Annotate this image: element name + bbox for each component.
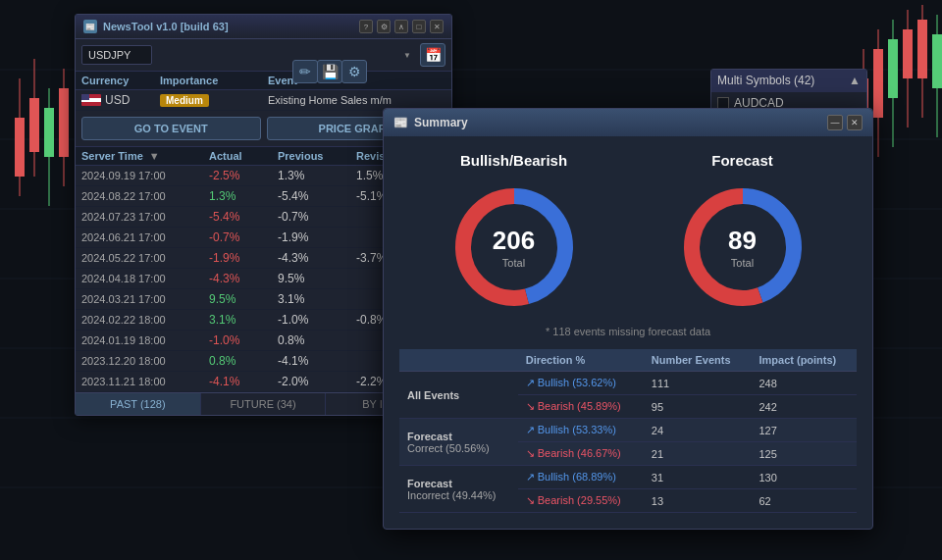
edit-icon-button[interactable]: ✏ bbox=[292, 60, 318, 83]
currency-dropdown[interactable]: USDJPY bbox=[81, 45, 152, 65]
server-time-header: Server Time ▼ bbox=[81, 150, 209, 162]
row-actual: -4.1% bbox=[209, 375, 278, 388]
calendar-icon-button[interactable]: 📅 bbox=[420, 43, 445, 67]
forecast-center: 89 Total bbox=[728, 226, 757, 270]
forecast-chart: Forecast 89 Total bbox=[674, 152, 811, 316]
row-time: 2024.04.18 17:00 bbox=[81, 273, 209, 284]
row-actual: -4.3% bbox=[209, 272, 278, 285]
row-previous: -0.7% bbox=[278, 210, 356, 224]
column-headers: Currency Importance Event bbox=[76, 72, 451, 90]
bearish-events: 21 bbox=[644, 442, 752, 466]
th-impact: Impact (points) bbox=[751, 349, 857, 372]
summary-row-bullish: ForecastCorrect (50.56%) ↗ Bullish (53.3… bbox=[399, 419, 857, 442]
importance-badge: Medium bbox=[160, 94, 209, 107]
charts-row: Bullish/Bearish 206 Total Foreca bbox=[399, 152, 857, 316]
bearish-direction[interactable]: ↘ Bearish (46.67%) bbox=[518, 442, 644, 466]
summary-row-bullish: ForecastIncorrect (49.44%) ↗ Bullish (68… bbox=[399, 466, 857, 489]
help-button[interactable]: ? bbox=[359, 20, 373, 33]
modal-content: Bullish/Bearish 206 Total Foreca bbox=[384, 136, 872, 529]
row-actual: -1.0% bbox=[209, 333, 278, 347]
currency-header: Currency bbox=[81, 75, 160, 86]
row-actual: -0.7% bbox=[209, 230, 278, 244]
right-panel-header: Multi Symbols (42) ▲ bbox=[711, 70, 866, 92]
summary-table-body: All Events ↗ Bullish (53.62%) 111 248 ↘ … bbox=[399, 372, 857, 513]
maximize-button[interactable]: □ bbox=[412, 20, 426, 33]
bullish-bearish-title: Bullish/Bearish bbox=[445, 152, 583, 169]
modal-controls: — ✕ bbox=[827, 115, 863, 130]
close-button[interactable]: ✕ bbox=[430, 20, 444, 33]
importance-cell: Medium bbox=[160, 93, 268, 107]
flag-cell: USD bbox=[81, 93, 160, 107]
minimize-button[interactable]: ∧ bbox=[394, 20, 408, 33]
row-group-label: ForecastIncorrect (49.44%) bbox=[399, 466, 518, 513]
row-actual: -5.4% bbox=[209, 210, 278, 224]
row-label: ForecastCorrect (50.56%) bbox=[407, 431, 490, 454]
svg-rect-19 bbox=[873, 49, 883, 118]
svg-rect-11 bbox=[29, 98, 39, 152]
modal-close-button[interactable]: ✕ bbox=[847, 115, 863, 130]
row-previous: 1.3% bbox=[278, 169, 356, 182]
svg-rect-21 bbox=[888, 39, 898, 98]
row-time: 2024.06.21 17:00 bbox=[81, 231, 209, 243]
bearish-impact: 242 bbox=[751, 395, 857, 419]
currency-code: USD bbox=[105, 93, 130, 107]
event-name: Existing Home Sales m/m bbox=[268, 94, 445, 106]
bullish-direction[interactable]: ↗ Bullish (53.62%) bbox=[518, 372, 644, 395]
bullish-bearish-chart: Bullish/Bearish 206 Total bbox=[445, 152, 583, 316]
multi-symbols-label: Multi Symbols (42) bbox=[717, 74, 814, 87]
window-controls: ? ⚙ ∧ □ ✕ bbox=[359, 20, 444, 33]
bullish-events: 31 bbox=[644, 466, 752, 489]
bullish-bearish-center: 206 Total bbox=[493, 226, 535, 270]
bearish-direction[interactable]: ↘ Bearish (45.89%) bbox=[518, 395, 644, 419]
row-time: 2024.02.22 18:00 bbox=[81, 314, 209, 326]
past-tab[interactable]: PAST (128) bbox=[76, 393, 201, 415]
go-to-event-button[interactable]: GO TO EVENT bbox=[81, 117, 261, 140]
modal-titlebar: 📰 Summary — ✕ bbox=[384, 109, 872, 136]
row-previous: -5.4% bbox=[278, 189, 356, 203]
bearish-direction[interactable]: ↘ Bearish (29.55%) bbox=[518, 489, 644, 513]
bullish-bearish-donut: 206 Total bbox=[445, 178, 583, 316]
summary-modal: 📰 Summary — ✕ Bullish/Bearish bbox=[383, 108, 873, 530]
forecast-total: 89 bbox=[728, 226, 757, 256]
svg-rect-25 bbox=[917, 20, 927, 78]
th-number-events: Number Events bbox=[644, 349, 752, 372]
bullish-direction[interactable]: ↗ Bullish (53.33%) bbox=[518, 419, 644, 442]
modal-minimize-button[interactable]: — bbox=[827, 115, 843, 130]
previous-header: Previous bbox=[278, 150, 356, 162]
bearish-events: 95 bbox=[644, 395, 752, 419]
row-previous: 3.1% bbox=[278, 292, 356, 306]
modal-title-text: Summary bbox=[414, 116, 468, 129]
modal-title: 📰 Summary bbox=[393, 116, 468, 129]
bullish-bearish-total: 206 bbox=[493, 226, 535, 256]
row-previous: -4.1% bbox=[278, 354, 356, 368]
row-actual: 1.3% bbox=[209, 189, 278, 203]
row-time: 2024.01.19 18:00 bbox=[81, 334, 209, 346]
bearish-events: 13 bbox=[644, 489, 752, 513]
toolbar-row: USDJPY ▼ 📅 ✏ 💾 ⚙ bbox=[76, 39, 451, 72]
forecast-label: Total bbox=[731, 257, 754, 269]
save-icon-button[interactable]: 💾 bbox=[317, 60, 342, 83]
row-previous: -1.0% bbox=[278, 313, 356, 327]
bearish-impact: 125 bbox=[751, 442, 857, 466]
bullish-events: 111 bbox=[644, 372, 752, 395]
future-tab[interactable]: FUTURE (34) bbox=[201, 393, 327, 415]
title-icon: 📰 bbox=[83, 20, 97, 33]
row-time: 2024.07.23 17:00 bbox=[81, 211, 209, 223]
row-previous: -1.9% bbox=[278, 230, 356, 244]
bullish-direction[interactable]: ↗ Bullish (68.89%) bbox=[518, 466, 644, 489]
window-titlebar: 📰 NewsTool v1.0 [build 63] ? ⚙ ∧ □ ✕ bbox=[76, 15, 451, 39]
row-time: 2024.03.21 17:00 bbox=[81, 293, 209, 305]
right-panel-scroll-up[interactable]: ▲ bbox=[849, 74, 861, 87]
bullish-events: 24 bbox=[644, 419, 752, 442]
svg-rect-27 bbox=[932, 34, 942, 88]
usd-flag bbox=[81, 94, 101, 106]
missing-data-note: * 118 events missing forecast data bbox=[399, 326, 857, 337]
row-time: 2024.09.19 17:00 bbox=[81, 170, 209, 181]
config-icon-button[interactable]: ⚙ bbox=[341, 60, 367, 83]
row-time: 2023.11.21 18:00 bbox=[81, 376, 209, 387]
actual-header: Actual bbox=[209, 150, 278, 162]
svg-rect-9 bbox=[15, 118, 25, 177]
settings-button[interactable]: ⚙ bbox=[377, 20, 391, 33]
row-previous: 9.5% bbox=[278, 272, 356, 285]
th-direction: Direction % bbox=[518, 349, 644, 372]
